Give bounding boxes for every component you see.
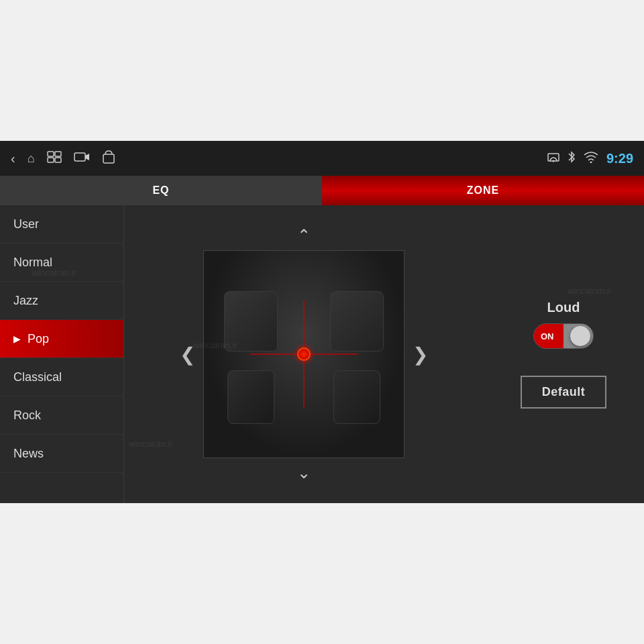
loud-toggle[interactable]: ON: [533, 323, 594, 349]
zone-row: ❮ ❯: [180, 250, 428, 458]
tab-zone[interactable]: ZONE: [322, 176, 644, 205]
left-arrow-button[interactable]: ❮: [180, 343, 195, 366]
svg-rect-4: [74, 153, 85, 161]
eq-preset-classical-label: Classical: [13, 370, 62, 384]
car-interior-box[interactable]: [203, 250, 405, 458]
down-arrow-button[interactable]: ⌄: [297, 464, 311, 482]
bag-icon[interactable]: [102, 150, 115, 168]
up-arrow-button[interactable]: ⌃: [297, 226, 311, 245]
home-icon[interactable]: ⌂: [28, 152, 35, 166]
eq-preset-classical[interactable]: Classical: [0, 358, 123, 396]
eq-preset-news-label: News: [13, 447, 44, 461]
play-indicator-icon: ▶: [13, 333, 21, 344]
eq-preset-pop[interactable]: ▶ Pop: [0, 320, 123, 358]
toggle-knob: [570, 326, 590, 346]
eq-preset-user[interactable]: User: [0, 205, 123, 244]
windows-icon[interactable]: [47, 151, 62, 166]
eq-preset-normal-label: Normal: [13, 256, 52, 270]
loud-section: Loud ON: [533, 300, 594, 349]
status-bar: ‹ ⌂: [0, 141, 644, 176]
svg-point-9: [590, 162, 592, 164]
back-icon[interactable]: ‹: [11, 151, 15, 166]
eq-preset-jazz-label: Jazz: [13, 294, 38, 308]
main-content: User Normal Jazz ▶ Pop Classical Rock: [0, 205, 644, 503]
seat-front-right: [330, 291, 384, 352]
device-screen: ‹ ⌂: [0, 141, 644, 503]
tab-eq[interactable]: EQ: [0, 176, 322, 205]
eq-preset-user-label: User: [13, 217, 39, 231]
cast-icon: [547, 152, 559, 165]
eq-preset-pop-label: Pop: [28, 332, 49, 346]
seat-rear-right: [333, 370, 380, 424]
svg-rect-0: [48, 152, 54, 156]
camera-icon[interactable]: [74, 151, 90, 166]
tab-bar: EQ ZONE: [0, 176, 644, 205]
eq-preset-normal[interactable]: Normal: [0, 244, 123, 282]
svg-marker-5: [85, 154, 89, 160]
loud-label: Loud: [547, 300, 580, 315]
default-button[interactable]: Default: [521, 376, 607, 409]
wifi-icon: [584, 151, 598, 166]
eq-preset-rock[interactable]: Rock: [0, 396, 123, 435]
svg-rect-6: [103, 154, 114, 163]
svg-rect-1: [55, 152, 61, 156]
time-display: 9:29: [606, 151, 633, 166]
eq-preset-news[interactable]: News: [0, 435, 123, 473]
svg-rect-2: [48, 158, 54, 162]
right-arrow-button[interactable]: ❯: [413, 343, 428, 366]
svg-rect-3: [55, 158, 61, 162]
toggle-on-label: ON: [541, 331, 554, 341]
eq-preset-rock-label: Rock: [13, 409, 41, 423]
eq-sidebar: User Normal Jazz ▶ Pop Classical Rock: [0, 205, 124, 503]
zone-visualizer: ⌃ ❮: [124, 205, 483, 503]
right-panel: Loud ON Default: [483, 205, 644, 503]
seat-rear-left: [227, 370, 274, 424]
seat-front-left: [224, 291, 278, 352]
bluetooth-icon: [568, 150, 576, 166]
crosshair-dot: [297, 347, 311, 361]
eq-preset-jazz[interactable]: Jazz: [0, 282, 123, 320]
outer-frame: ‹ ⌂: [0, 0, 644, 644]
svg-point-8: [552, 160, 554, 162]
status-bar-right: 9:29: [547, 150, 633, 166]
